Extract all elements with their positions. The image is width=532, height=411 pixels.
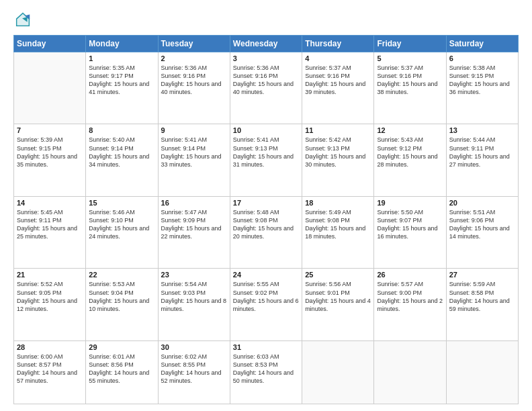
calendar-cell: 2Sunrise: 5:36 AMSunset: 9:16 PMDaylight… bbox=[158, 52, 230, 124]
day-number: 2 bbox=[161, 54, 227, 62]
cell-info: Sunrise: 5:36 AMSunset: 9:16 PMDaylight:… bbox=[161, 64, 227, 97]
cell-info: Sunrise: 5:56 AMSunset: 9:01 PMDaylight:… bbox=[305, 280, 371, 313]
calendar-cell: 26Sunrise: 5:57 AMSunset: 9:00 PMDayligh… bbox=[374, 269, 446, 340]
calendar-cell: 20Sunrise: 5:51 AMSunset: 9:06 PMDayligh… bbox=[446, 196, 518, 268]
day-number: 31 bbox=[233, 343, 299, 351]
cell-info: Sunrise: 5:53 AMSunset: 9:04 PMDaylight:… bbox=[89, 280, 154, 313]
day-number: 28 bbox=[17, 343, 83, 351]
col-header-saturday: Saturday bbox=[446, 36, 518, 52]
calendar-cell: 8Sunrise: 5:40 AMSunset: 9:14 PMDaylight… bbox=[86, 124, 158, 196]
calendar-cell: 14Sunrise: 5:45 AMSunset: 9:11 PMDayligh… bbox=[14, 196, 86, 268]
calendar-cell: 22Sunrise: 5:53 AMSunset: 9:04 PMDayligh… bbox=[86, 269, 158, 340]
day-number: 29 bbox=[89, 343, 154, 351]
calendar-cell: 29Sunrise: 6:01 AMSunset: 8:56 PMDayligh… bbox=[86, 340, 158, 404]
col-header-friday: Friday bbox=[374, 36, 446, 52]
cell-info: Sunrise: 5:50 AMSunset: 9:07 PMDaylight:… bbox=[377, 208, 443, 241]
calendar-cell: 9Sunrise: 5:41 AMSunset: 9:14 PMDaylight… bbox=[158, 124, 230, 196]
day-number: 10 bbox=[233, 126, 299, 134]
day-number: 7 bbox=[17, 126, 83, 134]
day-number: 1 bbox=[89, 54, 154, 62]
cell-info: Sunrise: 6:03 AMSunset: 8:53 PMDaylight:… bbox=[233, 353, 299, 385]
day-number: 27 bbox=[449, 271, 515, 279]
calendar-cell: 21Sunrise: 5:52 AMSunset: 9:05 PMDayligh… bbox=[14, 269, 86, 340]
cell-info: Sunrise: 5:41 AMSunset: 9:14 PMDaylight:… bbox=[161, 136, 227, 169]
cell-info: Sunrise: 5:54 AMSunset: 9:03 PMDaylight:… bbox=[161, 280, 227, 313]
cell-info: Sunrise: 6:01 AMSunset: 8:56 PMDaylight:… bbox=[89, 353, 154, 385]
logo-icon bbox=[13, 11, 32, 30]
day-number: 23 bbox=[161, 271, 227, 279]
day-number: 30 bbox=[161, 343, 227, 351]
calendar-cell: 28Sunrise: 6:00 AMSunset: 8:57 PMDayligh… bbox=[14, 340, 86, 404]
week-row-4: 21Sunrise: 5:52 AMSunset: 9:05 PMDayligh… bbox=[14, 269, 519, 340]
day-number: 18 bbox=[305, 199, 371, 207]
cell-info: Sunrise: 5:38 AMSunset: 9:15 PMDaylight:… bbox=[449, 64, 515, 97]
cell-info: Sunrise: 5:35 AMSunset: 9:17 PMDaylight:… bbox=[89, 64, 154, 97]
calendar-cell: 30Sunrise: 6:02 AMSunset: 8:55 PMDayligh… bbox=[158, 340, 230, 404]
cell-info: Sunrise: 5:44 AMSunset: 9:11 PMDaylight:… bbox=[449, 136, 515, 169]
day-number: 9 bbox=[161, 126, 227, 134]
day-number: 17 bbox=[233, 199, 299, 207]
calendar-header-row: SundayMondayTuesdayWednesdayThursdayFrid… bbox=[14, 36, 519, 52]
col-header-wednesday: Wednesday bbox=[230, 36, 302, 52]
cell-info: Sunrise: 5:41 AMSunset: 9:13 PMDaylight:… bbox=[233, 136, 299, 169]
calendar-cell: 13Sunrise: 5:44 AMSunset: 9:11 PMDayligh… bbox=[446, 124, 518, 196]
page: SundayMondayTuesdayWednesdayThursdayFrid… bbox=[0, 0, 532, 411]
cell-info: Sunrise: 5:46 AMSunset: 9:10 PMDaylight:… bbox=[89, 208, 154, 241]
cell-info: Sunrise: 5:47 AMSunset: 9:09 PMDaylight:… bbox=[161, 208, 227, 241]
cell-info: Sunrise: 5:48 AMSunset: 9:08 PMDaylight:… bbox=[233, 208, 299, 241]
calendar-cell: 17Sunrise: 5:48 AMSunset: 9:08 PMDayligh… bbox=[230, 196, 302, 268]
calendar-cell: 11Sunrise: 5:42 AMSunset: 9:13 PMDayligh… bbox=[302, 124, 374, 196]
day-number: 19 bbox=[377, 199, 443, 207]
day-number: 13 bbox=[449, 126, 515, 134]
calendar-cell: 15Sunrise: 5:46 AMSunset: 9:10 PMDayligh… bbox=[86, 196, 158, 268]
day-number: 3 bbox=[233, 54, 299, 62]
calendar-cell: 18Sunrise: 5:49 AMSunset: 9:08 PMDayligh… bbox=[302, 196, 374, 268]
calendar-cell: 27Sunrise: 5:59 AMSunset: 8:58 PMDayligh… bbox=[446, 269, 518, 340]
calendar-cell: 19Sunrise: 5:50 AMSunset: 9:07 PMDayligh… bbox=[374, 196, 446, 268]
day-number: 24 bbox=[233, 271, 299, 279]
col-header-monday: Monday bbox=[86, 36, 158, 52]
logo bbox=[13, 11, 35, 30]
week-row-3: 14Sunrise: 5:45 AMSunset: 9:11 PMDayligh… bbox=[14, 196, 519, 268]
calendar-cell: 5Sunrise: 5:37 AMSunset: 9:16 PMDaylight… bbox=[374, 52, 446, 124]
cell-info: Sunrise: 5:37 AMSunset: 9:16 PMDaylight:… bbox=[305, 64, 371, 97]
cell-info: Sunrise: 5:43 AMSunset: 9:12 PMDaylight:… bbox=[377, 136, 443, 169]
calendar-table: SundayMondayTuesdayWednesdayThursdayFrid… bbox=[13, 35, 519, 404]
cell-info: Sunrise: 5:36 AMSunset: 9:16 PMDaylight:… bbox=[233, 64, 299, 97]
calendar-cell: 6Sunrise: 5:38 AMSunset: 9:15 PMDaylight… bbox=[446, 52, 518, 124]
calendar-cell: 24Sunrise: 5:55 AMSunset: 9:02 PMDayligh… bbox=[230, 269, 302, 340]
cell-info: Sunrise: 5:45 AMSunset: 9:11 PMDaylight:… bbox=[17, 208, 83, 241]
cell-info: Sunrise: 5:59 AMSunset: 8:58 PMDaylight:… bbox=[449, 280, 515, 313]
day-number: 11 bbox=[305, 126, 371, 134]
day-number: 6 bbox=[449, 54, 515, 62]
day-number: 26 bbox=[377, 271, 443, 279]
cell-info: Sunrise: 5:40 AMSunset: 9:14 PMDaylight:… bbox=[89, 136, 154, 169]
col-header-thursday: Thursday bbox=[302, 36, 374, 52]
calendar-cell: 16Sunrise: 5:47 AMSunset: 9:09 PMDayligh… bbox=[158, 196, 230, 268]
cell-info: Sunrise: 6:02 AMSunset: 8:55 PMDaylight:… bbox=[161, 353, 227, 385]
cell-info: Sunrise: 6:00 AMSunset: 8:57 PMDaylight:… bbox=[17, 353, 83, 385]
cell-info: Sunrise: 5:42 AMSunset: 9:13 PMDaylight:… bbox=[305, 136, 371, 169]
calendar-cell: 12Sunrise: 5:43 AMSunset: 9:12 PMDayligh… bbox=[374, 124, 446, 196]
cell-info: Sunrise: 5:55 AMSunset: 9:02 PMDaylight:… bbox=[233, 280, 299, 313]
col-header-tuesday: Tuesday bbox=[158, 36, 230, 52]
calendar-cell bbox=[446, 340, 518, 404]
day-number: 21 bbox=[17, 271, 83, 279]
cell-info: Sunrise: 5:49 AMSunset: 9:08 PMDaylight:… bbox=[305, 208, 371, 241]
calendar-cell: 1Sunrise: 5:35 AMSunset: 9:17 PMDaylight… bbox=[86, 52, 158, 124]
calendar-cell: 23Sunrise: 5:54 AMSunset: 9:03 PMDayligh… bbox=[158, 269, 230, 340]
svg-marker-0 bbox=[16, 12, 30, 27]
day-number: 15 bbox=[89, 199, 154, 207]
day-number: 4 bbox=[305, 54, 371, 62]
cell-info: Sunrise: 5:51 AMSunset: 9:06 PMDaylight:… bbox=[449, 208, 515, 241]
cell-info: Sunrise: 5:52 AMSunset: 9:05 PMDaylight:… bbox=[17, 280, 83, 313]
day-number: 22 bbox=[89, 271, 154, 279]
week-row-1: 1Sunrise: 5:35 AMSunset: 9:17 PMDaylight… bbox=[14, 52, 519, 124]
calendar-cell bbox=[302, 340, 374, 404]
day-number: 5 bbox=[377, 54, 443, 62]
week-row-2: 7Sunrise: 5:39 AMSunset: 9:15 PMDaylight… bbox=[14, 124, 519, 196]
day-number: 12 bbox=[377, 126, 443, 134]
cell-info: Sunrise: 5:37 AMSunset: 9:16 PMDaylight:… bbox=[377, 64, 443, 97]
day-number: 8 bbox=[89, 126, 154, 134]
cell-info: Sunrise: 5:39 AMSunset: 9:15 PMDaylight:… bbox=[17, 136, 83, 169]
